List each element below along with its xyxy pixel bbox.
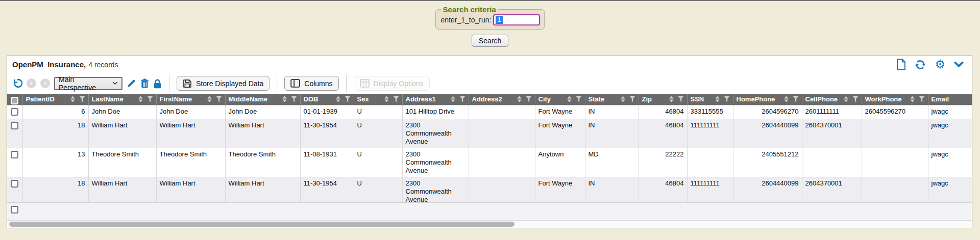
- select-all-header-cell: [7, 94, 22, 105]
- row-checkbox[interactable]: [11, 122, 18, 129]
- filter-icon[interactable]: [678, 96, 684, 102]
- chevron-down-icon[interactable]: [954, 61, 964, 68]
- filter-icon[interactable]: [147, 96, 153, 102]
- sort-icon[interactable]: [669, 96, 674, 102]
- select-all-checkbox[interactable]: [11, 97, 18, 104]
- filter-icon[interactable]: [459, 96, 465, 102]
- column-header-state[interactable]: State: [585, 94, 639, 105]
- column-header-city[interactable]: City: [535, 94, 585, 105]
- filter-icon[interactable]: [526, 96, 532, 102]
- sort-icon[interactable]: [335, 96, 341, 102]
- sort-icon[interactable]: [70, 96, 76, 102]
- cell-city: Fort Wayne: [535, 177, 585, 202]
- select-chevron-icon: [112, 82, 118, 85]
- cell-state: IN: [585, 119, 639, 148]
- row-checkbox-cell: [7, 148, 22, 177]
- toolbar-separator: [169, 75, 169, 92]
- sort-icon[interactable]: [843, 96, 849, 102]
- sort-icon[interactable]: [910, 96, 915, 102]
- data-table-container: PatientIDLastNameFirstNameMiddleNameDOBS…: [7, 94, 972, 202]
- cell-email: jwagc: [928, 177, 972, 202]
- cell-zip: 46804: [639, 119, 687, 148]
- column-header-cellphone[interactable]: CellPhone: [802, 94, 862, 105]
- refresh-icon[interactable]: [915, 59, 926, 70]
- footer-row-checkbox[interactable]: [11, 206, 18, 214]
- row-checkbox[interactable]: [11, 108, 18, 116]
- sort-icon[interactable]: [138, 96, 143, 102]
- cell-address1: 101 Hilltop Drive: [402, 105, 469, 119]
- sort-icon[interactable]: [715, 96, 720, 102]
- cell-sex: U: [354, 119, 402, 148]
- row-checkbox[interactable]: [11, 151, 18, 158]
- sort-icon[interactable]: [207, 96, 212, 102]
- sort-icon[interactable]: [783, 96, 789, 102]
- filter-icon[interactable]: [576, 96, 582, 102]
- column-header-homephone[interactable]: HomePhone: [733, 94, 802, 105]
- row-checkbox-cell: [7, 177, 22, 202]
- sort-icon[interactable]: [567, 96, 572, 102]
- column-header-lastname[interactable]: LastName: [88, 94, 156, 105]
- filter-icon[interactable]: [793, 96, 799, 102]
- scrollbar-thumb[interactable]: [9, 222, 514, 227]
- filter-icon[interactable]: [79, 96, 85, 102]
- column-header-ssn[interactable]: SSN: [687, 94, 733, 105]
- gear-icon[interactable]: ⚙: [935, 59, 945, 70]
- cell-lastname: William Hart: [88, 177, 156, 202]
- column-header-zip[interactable]: Zip: [639, 94, 687, 105]
- column-label: Sex: [357, 95, 369, 103]
- filter-icon[interactable]: [629, 96, 635, 102]
- column-header-middlename[interactable]: MiddleName: [225, 94, 300, 105]
- cell-city: Fort Wayne: [535, 119, 585, 148]
- column-header-sex[interactable]: Sex: [354, 94, 402, 105]
- filter-icon[interactable]: [852, 96, 859, 102]
- cell-address2: [469, 177, 535, 202]
- next-perspective-icon[interactable]: ›: [40, 78, 50, 88]
- column-header-address2[interactable]: Address2: [469, 94, 535, 105]
- panel-titlebar: OpenPM_Insurance, 4 records ⚙: [7, 56, 972, 73]
- undo-icon[interactable]: [12, 78, 22, 89]
- input-selected-text: 1: [496, 16, 502, 24]
- toolbar-separator: [277, 75, 277, 92]
- filter-icon[interactable]: [724, 96, 730, 102]
- filter-icon[interactable]: [291, 96, 297, 102]
- sort-icon[interactable]: [620, 96, 626, 102]
- columns-button[interactable]: Columns: [284, 76, 338, 91]
- perspective-select[interactable]: Main Perspective: [54, 77, 122, 90]
- store-displayed-data-button[interactable]: Store Displayed Data: [177, 76, 270, 91]
- cell-ssn: 111111111: [687, 177, 733, 202]
- filter-icon[interactable]: [393, 96, 399, 102]
- column-header-address1[interactable]: Address1: [402, 94, 469, 105]
- perspective-selected-value: Main Perspective: [59, 75, 112, 92]
- filter-icon[interactable]: [216, 96, 222, 102]
- lock-icon[interactable]: [153, 78, 162, 89]
- column-header-dob[interactable]: DOB: [300, 94, 354, 105]
- column-header-patientid[interactable]: PatientID: [22, 94, 88, 105]
- table-row[interactable]: 6John DoeJohn DoeJohn Doe01-01-1939U101 …: [7, 105, 972, 119]
- prev-perspective-icon[interactable]: ‹: [27, 78, 36, 88]
- cell-state: MD: [585, 148, 639, 177]
- column-header-firstname[interactable]: FirstName: [156, 94, 225, 105]
- panel-title: OpenPM_Insurance,: [12, 60, 86, 69]
- table-row[interactable]: 13Theodore SmithTheodore SmithTheodore S…: [7, 148, 972, 177]
- sort-icon[interactable]: [384, 96, 389, 102]
- sort-icon[interactable]: [282, 96, 287, 102]
- new-document-icon[interactable]: [896, 59, 906, 70]
- enter-1-to-run-input[interactable]: 1: [493, 14, 540, 25]
- table-row[interactable]: 18William HartWilliam HartWilliam Hart11…: [7, 177, 972, 202]
- column-label: CellPhone: [805, 95, 838, 103]
- floppy-disk-icon: [183, 79, 192, 88]
- column-header-workphone[interactable]: WorkPhone: [862, 94, 928, 105]
- cell-lastname: John Doe: [88, 105, 156, 119]
- search-button[interactable]: Search: [472, 35, 508, 47]
- column-header-email[interactable]: Email: [928, 94, 972, 105]
- pencil-icon[interactable]: [127, 78, 136, 88]
- filter-icon[interactable]: [345, 96, 351, 102]
- table-row[interactable]: 18William HartWilliam HartWilliam Hart11…: [7, 119, 972, 148]
- row-checkbox-cell: [7, 105, 22, 119]
- sort-icon[interactable]: [450, 96, 456, 102]
- row-checkbox[interactable]: [11, 180, 18, 188]
- trash-icon[interactable]: [140, 78, 149, 88]
- horizontal-scrollbar[interactable]: [7, 220, 972, 228]
- filter-icon[interactable]: [919, 96, 925, 102]
- sort-icon[interactable]: [517, 96, 522, 102]
